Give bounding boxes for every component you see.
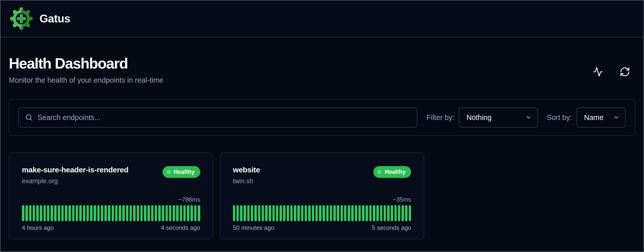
- status-bar[interactable]: [47, 205, 50, 221]
- status-bar[interactable]: [233, 205, 235, 221]
- status-bar[interactable]: [366, 205, 368, 221]
- status-bar[interactable]: [262, 205, 264, 221]
- status-bar[interactable]: [90, 205, 93, 221]
- status-bar[interactable]: [108, 205, 110, 221]
- status-bar[interactable]: [297, 205, 300, 221]
- status-bar[interactable]: [44, 205, 46, 221]
- status-bar[interactable]: [240, 205, 243, 221]
- status-bar[interactable]: [61, 205, 64, 221]
- status-bar[interactable]: [112, 205, 114, 221]
- status-bar[interactable]: [40, 205, 42, 221]
- status-bar[interactable]: [76, 205, 78, 221]
- status-bar[interactable]: [68, 205, 71, 221]
- status-bar[interactable]: [51, 205, 53, 221]
- status-bar[interactable]: [176, 205, 179, 221]
- status-bar[interactable]: [155, 205, 157, 221]
- status-bar[interactable]: [119, 205, 121, 221]
- status-bar[interactable]: [394, 205, 397, 221]
- status-bar[interactable]: [133, 205, 136, 221]
- status-bar[interactable]: [337, 205, 339, 221]
- status-bar[interactable]: [151, 205, 154, 221]
- status-bar[interactable]: [54, 205, 57, 221]
- status-bar[interactable]: [25, 205, 28, 221]
- status-bar[interactable]: [166, 205, 168, 221]
- status-bar[interactable]: [348, 205, 350, 221]
- status-bar[interactable]: [308, 205, 311, 221]
- status-bar[interactable]: [65, 205, 67, 221]
- status-bar[interactable]: [265, 205, 268, 221]
- status-bar[interactable]: [158, 205, 161, 221]
- status-bar[interactable]: [87, 205, 89, 221]
- status-bar[interactable]: [130, 205, 132, 221]
- status-bar[interactable]: [283, 205, 286, 221]
- status-bar[interactable]: [405, 205, 408, 221]
- status-bar[interactable]: [94, 205, 96, 221]
- status-bar[interactable]: [194, 205, 197, 221]
- status-bar[interactable]: [147, 205, 150, 221]
- status-bar[interactable]: [169, 205, 172, 221]
- status-bar[interactable]: [115, 205, 118, 221]
- status-bar[interactable]: [198, 205, 200, 221]
- status-bar[interactable]: [398, 205, 400, 221]
- status-bar[interactable]: [269, 205, 271, 221]
- status-bar[interactable]: [137, 205, 139, 221]
- status-bar[interactable]: [391, 205, 393, 221]
- status-bar[interactable]: [373, 205, 375, 221]
- filter-select[interactable]: Nothing: [459, 107, 538, 128]
- status-bar[interactable]: [104, 205, 107, 221]
- status-bar[interactable]: [287, 205, 289, 221]
- status-bar[interactable]: [326, 205, 329, 221]
- status-bar[interactable]: [272, 205, 275, 221]
- status-bar[interactable]: [341, 205, 343, 221]
- status-bar[interactable]: [140, 205, 143, 221]
- status-bar[interactable]: [190, 205, 193, 221]
- status-bar[interactable]: [101, 205, 103, 221]
- status-bar[interactable]: [83, 205, 86, 221]
- status-bar[interactable]: [244, 205, 246, 221]
- status-bar[interactable]: [380, 205, 383, 221]
- status-bar[interactable]: [22, 205, 24, 221]
- status-bar[interactable]: [276, 205, 278, 221]
- status-bar[interactable]: [126, 205, 129, 221]
- status-bar[interactable]: [162, 205, 164, 221]
- status-bar[interactable]: [187, 205, 189, 221]
- status-bar[interactable]: [301, 205, 304, 221]
- status-bar[interactable]: [236, 205, 239, 221]
- status-bar[interactable]: [29, 205, 32, 221]
- activity-pulse-icon[interactable]: [593, 67, 603, 77]
- status-bar[interactable]: [387, 205, 390, 221]
- status-bar[interactable]: [58, 205, 60, 221]
- search-box[interactable]: [18, 107, 417, 128]
- status-bar[interactable]: [409, 205, 411, 221]
- status-bar[interactable]: [351, 205, 354, 221]
- status-bar[interactable]: [97, 205, 100, 221]
- status-bar[interactable]: [247, 205, 250, 221]
- endpoint-card[interactable]: make-sure-header-is-rendered example.org…: [9, 152, 213, 239]
- status-bar[interactable]: [355, 205, 357, 221]
- status-bar[interactable]: [290, 205, 293, 221]
- status-bar[interactable]: [330, 205, 332, 221]
- status-bar[interactable]: [251, 205, 253, 221]
- status-bar[interactable]: [384, 205, 386, 221]
- status-bar[interactable]: [79, 205, 82, 221]
- status-bar[interactable]: [122, 205, 125, 221]
- status-bar[interactable]: [258, 205, 261, 221]
- status-bar[interactable]: [401, 205, 404, 221]
- status-bar[interactable]: [305, 205, 307, 221]
- status-bar[interactable]: [254, 205, 257, 221]
- status-bar[interactable]: [183, 205, 186, 221]
- status-bar[interactable]: [362, 205, 365, 221]
- status-bar[interactable]: [312, 205, 314, 221]
- search-input[interactable]: [37, 113, 411, 122]
- status-bar[interactable]: [315, 205, 318, 221]
- status-bar[interactable]: [173, 205, 175, 221]
- status-bar[interactable]: [369, 205, 372, 221]
- endpoint-card[interactable]: website twin.sh Healthy ~35ms 50 minutes…: [220, 152, 424, 239]
- status-bar[interactable]: [319, 205, 321, 221]
- status-bar[interactable]: [144, 205, 146, 221]
- status-bar[interactable]: [294, 205, 296, 221]
- status-bar[interactable]: [333, 205, 336, 221]
- status-bar[interactable]: [344, 205, 347, 221]
- status-bar[interactable]: [180, 205, 182, 221]
- status-bar[interactable]: [376, 205, 379, 221]
